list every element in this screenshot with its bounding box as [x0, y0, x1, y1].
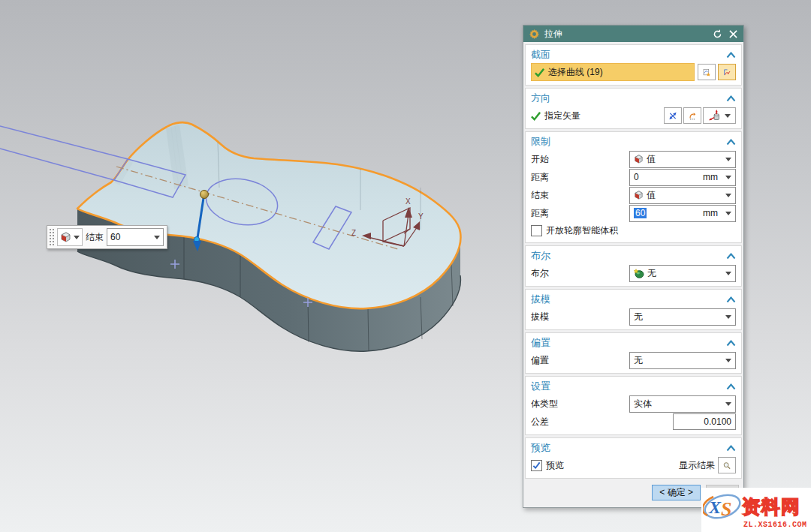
section-label: 拔模: [531, 293, 726, 306]
axis-label-y: Y: [418, 212, 424, 221]
section-group-limits: 限制 开始 值 距离 0 mm 结束: [525, 131, 742, 243]
open-profile-checkbox[interactable]: [531, 225, 542, 236]
origin-point-handle: [200, 191, 209, 199]
offset-value: 无: [634, 354, 722, 367]
start-distance-row: 距离 0 mm: [531, 168, 736, 186]
tolerance-input[interactable]: 0.0100: [673, 413, 736, 430]
collapse-chevron-icon[interactable]: [726, 340, 736, 347]
section-header-direction[interactable]: 方向: [531, 90, 736, 107]
end-type-dropdown[interactable]: 值: [629, 187, 736, 204]
preview-checkbox[interactable]: [531, 460, 542, 471]
chevron-down-icon: [725, 359, 731, 362]
section-header-preview[interactable]: 预览: [531, 440, 736, 456]
body-type-value: 实体: [634, 398, 722, 410]
reverse-direction-button[interactable]: [664, 107, 682, 124]
chevron-down-icon: [725, 176, 731, 179]
section-label: 设置: [531, 380, 726, 393]
swap-vector-icon: [669, 110, 677, 122]
body-type-row: 体类型 实体: [531, 395, 736, 413]
end-row: 结束 值: [531, 186, 736, 204]
section-label: 方向: [531, 92, 726, 105]
section-label: 偏置: [531, 336, 726, 350]
collapse-chevron-icon[interactable]: [726, 95, 736, 102]
section-label: 预览: [531, 441, 726, 455]
chevron-down-icon: [725, 402, 731, 406]
boolean-none-icon: [634, 269, 644, 278]
show-result-button[interactable]: [718, 457, 736, 473]
watermark: X S 资料网 ZL.XS1616.COM: [701, 488, 811, 532]
end-distance-value[interactable]: 60: [110, 232, 154, 242]
section-header-boolean[interactable]: 布尔: [531, 248, 736, 264]
section-group-boolean: 布尔 布尔 无: [525, 245, 742, 287]
tolerance-value[interactable]: 0.0100: [704, 416, 731, 427]
start-label: 开始: [531, 153, 549, 166]
magnifier-icon: [723, 459, 731, 472]
collapse-chevron-icon[interactable]: [726, 52, 736, 59]
boolean-value: 无: [647, 267, 722, 280]
vector-arrow-icon: [689, 110, 696, 122]
section-header-settings[interactable]: 设置: [531, 378, 736, 395]
section-header-draft[interactable]: 拔模: [531, 291, 736, 308]
start-type-dropdown[interactable]: 值: [629, 151, 736, 168]
chevron-down-icon: [725, 194, 731, 197]
section-group-preview: 预览 预览 显示结果: [525, 437, 742, 479]
chevron-down-icon: [74, 236, 80, 239]
toolbar-grip-handle[interactable]: [49, 228, 54, 246]
end-label: 结束: [531, 189, 549, 202]
gear-icon: [529, 29, 539, 39]
onscreen-limit-toolbar[interactable]: 结束 60: [47, 225, 167, 249]
select-curve-field[interactable]: 选择曲线 (19): [531, 63, 695, 81]
checkbox-check-icon: [532, 461, 541, 470]
offset-dropdown[interactable]: 无: [629, 352, 736, 369]
draft-label: 拔模: [531, 311, 549, 323]
tolerance-row: 公差 0.0100: [531, 413, 736, 431]
check-icon: [535, 68, 544, 77]
collapse-chevron-icon[interactable]: [726, 383, 736, 390]
vector-type-dropdown[interactable]: [703, 107, 736, 124]
collapse-chevron-icon[interactable]: [726, 139, 736, 146]
end-type-value: 值: [647, 189, 722, 202]
end-distance-combo[interactable]: 60: [107, 228, 164, 246]
specify-original-curve-button[interactable]: [698, 64, 716, 80]
limit-option-dropdown[interactable]: [57, 228, 83, 246]
end-distance-input[interactable]: 60 mm: [629, 205, 736, 222]
close-icon[interactable]: [728, 29, 738, 39]
preview-row: 预览 显示结果: [531, 456, 736, 474]
section-header-section[interactable]: 截面: [531, 47, 736, 63]
end-distance-value-selected[interactable]: 60: [634, 208, 647, 218]
reset-icon[interactable]: [712, 29, 722, 39]
boolean-dropdown[interactable]: 无: [629, 265, 736, 282]
start-distance-label: 距离: [531, 171, 549, 184]
start-distance-value[interactable]: 0: [634, 172, 700, 182]
collapse-chevron-icon[interactable]: [726, 445, 736, 452]
chevron-down-icon: [154, 236, 160, 239]
end-distance-row: 距离 60 mm: [531, 204, 736, 222]
draft-row: 拔模 无: [531, 308, 736, 326]
draft-dropdown[interactable]: 无: [629, 308, 736, 326]
vector-dialog-button[interactable]: [683, 107, 701, 124]
section-header-offset[interactable]: 偏置: [531, 335, 736, 351]
show-result-label: 显示结果: [679, 459, 715, 472]
collapse-chevron-icon[interactable]: [726, 296, 736, 303]
application-window: X Y Z 结束 60: [0, 0, 811, 532]
collapse-chevron-icon[interactable]: [726, 253, 736, 260]
body-type-dropdown[interactable]: 实体: [629, 395, 736, 413]
value-cube-icon: [634, 155, 644, 164]
open-profile-label: 开放轮廓智能体积: [546, 224, 618, 237]
section-label: 布尔: [531, 249, 726, 263]
ok-button[interactable]: < 确定 >: [652, 485, 701, 500]
sketch-section-button[interactable]: [718, 64, 736, 80]
tolerance-label: 公差: [531, 416, 549, 428]
start-type-value: 值: [647, 153, 722, 166]
section-header-limits[interactable]: 限制: [531, 134, 736, 150]
draft-value: 无: [634, 311, 722, 323]
offset-label: 偏置: [531, 354, 549, 367]
extrude-dialog: 拉伸 截面 选择曲线 (19): [523, 25, 744, 508]
mini-toolbar-label: 结束: [86, 231, 104, 244]
body-type-label: 体类型: [531, 398, 558, 410]
sketch-curve-icon: [723, 66, 731, 79]
neck-sketch-lines[interactable]: [0, 126, 128, 180]
start-distance-input[interactable]: 0 mm: [629, 169, 736, 186]
dialog-titlebar[interactable]: 拉伸: [523, 26, 743, 42]
section-group-draft: 拔模 拔模 无: [525, 289, 742, 330]
